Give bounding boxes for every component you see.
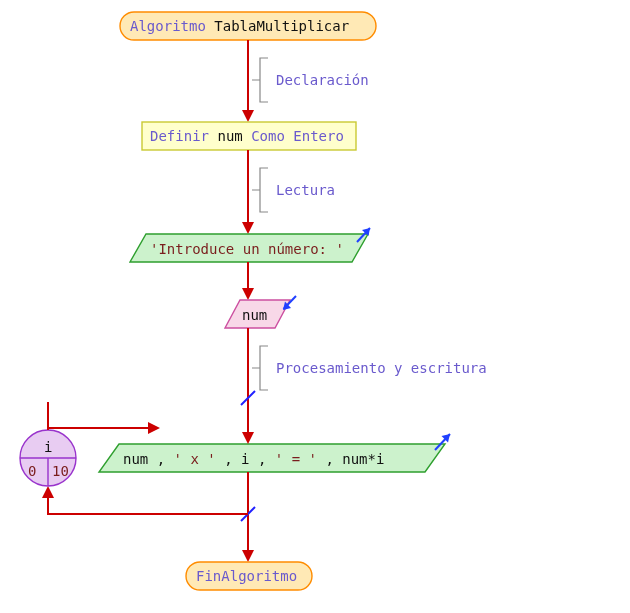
svg-marker-3 xyxy=(242,110,254,122)
expr-p7: ' = ' xyxy=(275,451,317,467)
loop-var: i xyxy=(44,439,52,455)
arrow-2 xyxy=(242,150,254,234)
expr-p4: , xyxy=(224,451,241,467)
expr-p2: , xyxy=(157,451,174,467)
output-prompt-text: 'Introduce un número: ' xyxy=(150,241,344,257)
output-prompt-node: 'Introduce un número: ' xyxy=(130,228,370,262)
svg-marker-7 xyxy=(242,222,254,234)
svg-marker-28 xyxy=(42,486,54,498)
svg-marker-24 xyxy=(242,432,254,444)
define-node: Definir num Como Entero xyxy=(142,122,356,150)
section-2-label: Lectura xyxy=(276,182,335,198)
def-kw2: Como Entero xyxy=(251,128,344,144)
svg-text:Definir
       
      num
    : Definir num Como Entero xyxy=(150,128,344,144)
start-node: Algoritmo TablaMultiplicar xyxy=(120,12,376,40)
arrow-loop-back xyxy=(42,486,248,514)
expr-p8: , xyxy=(325,451,342,467)
end-node: FinAlgoritmo xyxy=(186,562,312,590)
end-kw: FinAlgoritmo xyxy=(196,568,297,584)
expr-p6: , xyxy=(258,451,275,467)
arrow-1 xyxy=(242,40,254,122)
start-kw: Algoritmo xyxy=(130,18,206,34)
expr-p1: num xyxy=(123,451,148,467)
expr-p9: num*i xyxy=(342,451,384,467)
expr-p3: ' x ' xyxy=(174,451,216,467)
svg-marker-26 xyxy=(242,550,254,562)
output-expr-node: num , ' x ' , i , ' = ' , num*i xyxy=(99,434,450,472)
svg-marker-12 xyxy=(242,288,254,300)
loop-node: i 0 10 xyxy=(20,430,76,486)
svg-marker-18 xyxy=(148,422,160,434)
def-kw1: Definir xyxy=(150,128,209,144)
arrow-loop-in xyxy=(48,402,160,434)
section-1-label: Declaración xyxy=(276,72,369,88)
section-3-label: Procesamiento y escritura xyxy=(276,360,487,376)
input-var-text: num xyxy=(242,307,267,323)
arrow-3 xyxy=(242,262,254,300)
def-var: num xyxy=(217,128,242,144)
svg-text:Algoritmo
      TablaMultiplic: Algoritmo TablaMultiplicar xyxy=(130,18,349,34)
flowchart: Algoritmo TablaMultiplicar Declaración D… xyxy=(0,0,630,613)
section-3: Procesamiento y escritura xyxy=(252,346,487,390)
loop-to: 10 xyxy=(52,463,69,479)
section-1: Declaración xyxy=(252,58,369,102)
arrow-into-body xyxy=(242,424,254,444)
section-2: Lectura xyxy=(252,168,335,212)
algorithm-name: TablaMultiplicar xyxy=(214,18,349,34)
svg-text:num
      , 
      ' x '
     : num , ' x ' , i , ' = ' , num*i xyxy=(123,451,384,467)
input-node: num xyxy=(225,296,296,328)
loop-from: 0 xyxy=(28,463,36,479)
expr-p5: i xyxy=(241,451,249,467)
